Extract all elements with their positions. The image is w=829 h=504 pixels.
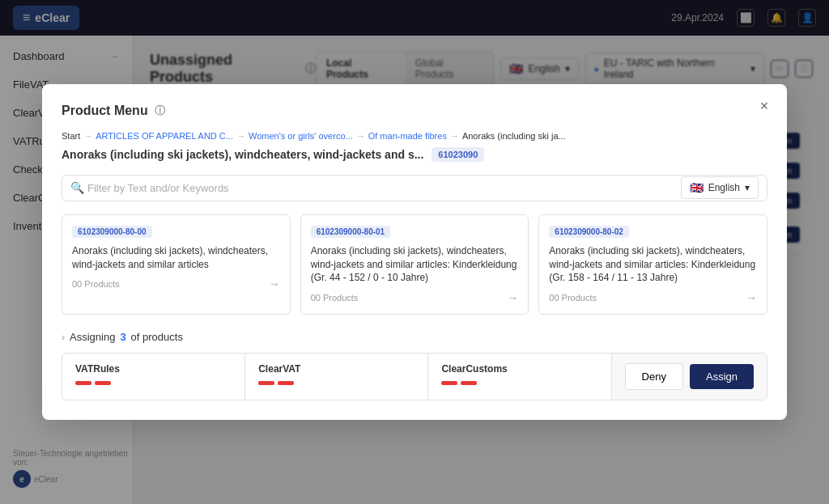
breadcrumb-sep: → <box>236 131 245 141</box>
modal-action-buttons: Deny Assign <box>612 354 767 400</box>
vatrules-status <box>75 381 232 385</box>
current-node-title: Anoraks (including ski jackets), windche… <box>62 148 423 161</box>
card-footer: 00 Products → <box>549 291 757 304</box>
product-card[interactable]: 6102309000-80-02 Anoraks (including ski … <box>538 214 767 315</box>
breadcrumb-sep: → <box>450 131 459 141</box>
modal-close-button[interactable]: × <box>755 97 774 116</box>
modal-breadcrumb: Start → ARTICLES OF APPAREL AND C... → W… <box>62 131 767 141</box>
card-footer: 00 Products → <box>311 291 519 304</box>
current-node-code: 61023090 <box>432 147 484 162</box>
card-code: 6102309000-80-02 <box>549 226 629 238</box>
product-card[interactable]: 6102309000-80-01 Anoraks (including ski … <box>300 214 529 315</box>
card-code: 6102309000-80-00 <box>72 226 152 238</box>
modal-overlay[interactable]: Product Menu ⓘ × Start → ARTICLES OF APP… <box>0 0 829 504</box>
search-bar: 🔍 🇬🇧 English ▾ <box>62 175 767 201</box>
card-arrow-icon[interactable]: → <box>507 291 518 304</box>
assigning-row: › Assigning 3 of products <box>62 331 767 343</box>
deny-button[interactable]: Deny <box>625 363 683 390</box>
card-products-count: 00 Products <box>549 293 597 303</box>
card-footer: 00 Products → <box>72 277 280 290</box>
modal-title-row: Product Menu ⓘ <box>62 104 767 118</box>
clearcustoms-assign-col: ClearCustoms <box>428 354 611 400</box>
breadcrumb-womens[interactable]: Women's or girls' overco... <box>249 131 353 141</box>
status-dot-red <box>75 381 91 385</box>
modal-info-icon: ⓘ <box>155 104 165 118</box>
clearvat-assign-col: ClearVAT <box>245 354 428 400</box>
product-menu-modal: Product Menu ⓘ × Start → ARTICLES OF APP… <box>42 84 787 420</box>
clearcustoms-status <box>441 381 597 385</box>
search-icon: 🔍 <box>70 181 84 194</box>
breadcrumb-start[interactable]: Start <box>62 131 80 141</box>
card-arrow-icon[interactable]: → <box>746 291 757 304</box>
clearcustoms-col-header: ClearCustoms <box>441 363 597 375</box>
assignment-area: VATRules ClearVAT ClearCustoms <box>62 353 767 400</box>
card-title: Anoraks (including ski jackets), windche… <box>311 244 519 285</box>
card-title: Anoraks (including ski jackets), windche… <box>549 244 757 285</box>
search-input[interactable] <box>87 176 674 201</box>
card-arrow-icon[interactable]: → <box>269 277 280 290</box>
chevron-right-icon[interactable]: › <box>62 332 65 343</box>
assigning-prefix: Assigning <box>70 331 115 343</box>
card-products-count: 00 Products <box>311 293 359 303</box>
product-cards-grid: 6102309000-80-00 Anoraks (including ski … <box>62 214 767 315</box>
card-products-count: 00 Products <box>72 279 120 289</box>
breadcrumb-sep: → <box>83 131 92 141</box>
product-card[interactable]: 6102309000-80-00 Anoraks (including ski … <box>62 214 291 315</box>
clearvat-col-header: ClearVAT <box>258 363 414 375</box>
breadcrumb-anoraks[interactable]: Anoraks (including ski ja... <box>462 131 566 141</box>
status-dot-red <box>461 381 477 385</box>
clearvat-status <box>258 381 414 385</box>
assigning-suffix: of products <box>131 331 183 343</box>
modal-language-selector[interactable]: 🇬🇧 English ▾ <box>681 176 759 199</box>
vatrules-col-header: VATRules <box>75 363 232 375</box>
card-code: 6102309000-80-01 <box>311 226 391 238</box>
assigning-count: 3 <box>120 331 125 343</box>
modal-language-label: English <box>708 182 740 193</box>
vatrules-assign-col: VATRules <box>62 354 245 400</box>
status-dot-red <box>441 381 457 385</box>
current-node: Anoraks (including ski jackets), windche… <box>62 147 767 162</box>
chevron-down-icon: ▾ <box>745 182 750 193</box>
status-dot-red <box>278 381 294 385</box>
assign-button[interactable]: Assign <box>690 364 754 389</box>
breadcrumb-apparel[interactable]: ARTICLES OF APPAREL AND C... <box>96 131 233 141</box>
status-dot-red <box>95 381 111 385</box>
card-title: Anoraks (including ski jackets), windche… <box>72 244 280 272</box>
breadcrumb-manmade[interactable]: Of man-made fibres <box>368 131 447 141</box>
breadcrumb-sep: → <box>356 131 365 141</box>
modal-title-text: Product Menu <box>62 104 148 118</box>
status-dot-red <box>258 381 274 385</box>
